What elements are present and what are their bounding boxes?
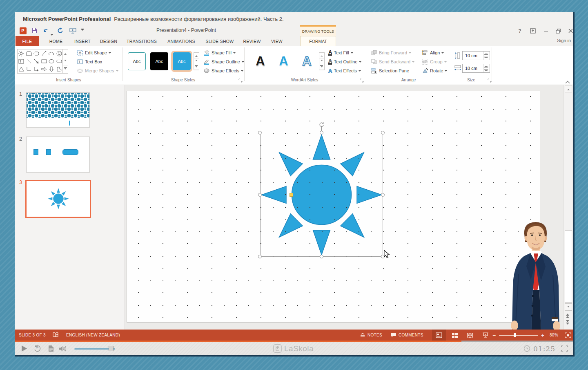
- shape-snip-round-rect-icon[interactable]: [25, 49, 33, 57]
- shape-adjust-handle[interactable]: [290, 193, 293, 197]
- shape-style-tile-2[interactable]: Abc: [150, 52, 168, 70]
- fit-slide-to-window-icon[interactable]: [561, 330, 573, 341]
- minimize-button[interactable]: [541, 27, 551, 35]
- shape-textbox-icon[interactable]: [18, 57, 25, 65]
- tab-review[interactable]: REVIEW: [238, 36, 265, 46]
- width-spin-up-icon[interactable]: [483, 64, 489, 68]
- shape-smiley-icon[interactable]: [56, 49, 63, 57]
- zoom-slider-track[interactable]: [499, 335, 538, 336]
- wordart-scroll-up-icon[interactable]: [319, 53, 324, 58]
- shape-triangle-icon[interactable]: [18, 65, 25, 73]
- selection-pane-button[interactable]: Selection Pane: [371, 67, 409, 75]
- wordart-tile-3[interactable]: A: [296, 52, 318, 70]
- zoom-slider-thumb[interactable]: [514, 333, 516, 337]
- zoom-level[interactable]: 80%: [550, 330, 558, 341]
- styles-more-icon[interactable]: [194, 64, 199, 70]
- play-button[interactable]: [21, 342, 27, 355]
- styles-scroll-down-icon[interactable]: [194, 58, 199, 64]
- normal-view-button[interactable]: [432, 330, 446, 341]
- shape-elbow-arrow-icon[interactable]: [33, 65, 40, 73]
- wordart-tile-1[interactable]: A: [249, 52, 272, 70]
- start-presentation-icon[interactable]: [69, 27, 77, 35]
- slide-thumbnail-3-selected[interactable]: [25, 180, 91, 218]
- ribbon-display-options-icon[interactable]: [528, 27, 538, 35]
- lesson-notes-button[interactable]: [48, 342, 54, 355]
- language-indicator[interactable]: ENGLISH (NEW ZEALAND): [66, 330, 120, 341]
- fullscreen-button[interactable]: [561, 342, 568, 355]
- gallery-scroll-down-icon[interactable]: [63, 57, 68, 65]
- tab-format[interactable]: FORMAT: [300, 36, 336, 46]
- slide-thumbnail-1[interactable]: [26, 92, 90, 128]
- tab-design[interactable]: DESIGN: [96, 36, 122, 46]
- vertical-scrollbar[interactable]: [564, 85, 572, 330]
- zoom-in-button[interactable]: +: [541, 330, 544, 341]
- text-fill-button[interactable]: A Text Fill: [328, 49, 353, 57]
- collapse-ribbon-icon[interactable]: [565, 78, 570, 85]
- shape-sun-icon[interactable]: [18, 49, 25, 57]
- tab-file[interactable]: FILE: [16, 36, 39, 46]
- scroll-down-icon[interactable]: [565, 303, 572, 311]
- help-button[interactable]: ?: [514, 27, 525, 35]
- height-spin-down-icon[interactable]: [483, 56, 489, 60]
- scrollbar-thumb[interactable]: [565, 230, 572, 303]
- spellcheck-icon[interactable]: [52, 332, 59, 340]
- tab-insert[interactable]: INSERT: [69, 36, 96, 46]
- save-icon[interactable]: [30, 27, 38, 35]
- restore-button[interactable]: [553, 27, 564, 35]
- shape-cloud-icon[interactable]: [48, 49, 56, 57]
- rotation-handle[interactable]: [318, 121, 325, 129]
- notes-button[interactable]: NOTES: [360, 330, 382, 341]
- selection-handle-nw[interactable]: [258, 131, 262, 135]
- align-button[interactable]: Align: [422, 49, 444, 57]
- text-effects-button[interactable]: A Text Effects: [328, 67, 361, 75]
- selection-handle-n[interactable]: [320, 131, 323, 135]
- shape-rounded-rect2-icon[interactable]: [56, 57, 63, 65]
- previous-slide-icon[interactable]: [566, 312, 569, 317]
- sign-in-link[interactable]: Sign in: [557, 38, 571, 43]
- shape-rectangle-icon[interactable]: [40, 57, 48, 65]
- close-button[interactable]: [565, 27, 573, 35]
- shape-fill-button[interactable]: Shape Fill: [203, 49, 236, 57]
- styles-scroll-up-icon[interactable]: [194, 53, 199, 58]
- undo-icon[interactable]: [42, 27, 50, 35]
- width-spin-down-icon[interactable]: [483, 68, 489, 72]
- selection-handle-ne[interactable]: [381, 131, 385, 135]
- wordart-scroll-down-icon[interactable]: [319, 58, 324, 64]
- wordart-tile-2[interactable]: A: [272, 52, 295, 70]
- rewind-10-button[interactable]: 10: [33, 342, 41, 355]
- shape-width-input[interactable]: [463, 65, 483, 72]
- tab-transitions[interactable]: TRANSITIONS: [122, 36, 162, 46]
- selection-handle-e[interactable]: [381, 193, 385, 197]
- redo-icon[interactable]: [56, 27, 65, 35]
- gallery-scroll-up-icon[interactable]: [63, 49, 68, 57]
- shape-line-icon[interactable]: [25, 57, 33, 65]
- tab-home[interactable]: HOME: [42, 36, 69, 46]
- shape-style-tile-3-selected[interactable]: Abc: [173, 52, 191, 70]
- wordart-more-icon[interactable]: [319, 64, 324, 70]
- scroll-up-icon[interactable]: [565, 85, 572, 92]
- shape-arrow-icon[interactable]: [33, 57, 40, 65]
- shape-scribble-icon[interactable]: [40, 49, 48, 57]
- selection-handle-w[interactable]: [258, 193, 262, 197]
- zoom-out-button[interactable]: −: [492, 330, 496, 341]
- shape-oval-icon[interactable]: [48, 57, 56, 65]
- reading-view-button[interactable]: [463, 330, 477, 341]
- text-outline-button[interactable]: A Text Outline: [328, 58, 361, 66]
- slide-canvas[interactable]: [127, 91, 540, 323]
- shape-height-input[interactable]: [463, 52, 483, 59]
- selection-handle-s[interactable]: [320, 255, 323, 258]
- shape-effects-button[interactable]: Shape Effects: [203, 67, 243, 75]
- shape-elbow-connector-icon[interactable]: [25, 65, 33, 73]
- qat-customize-icon[interactable]: [81, 29, 84, 32]
- tab-slide-show[interactable]: SLIDE SHOW: [201, 36, 238, 46]
- edit-shape-button[interactable]: Edit Shape: [77, 49, 111, 57]
- shape-rounded-rectangle-icon[interactable]: [33, 49, 40, 57]
- selection-handle-sw[interactable]: [258, 255, 262, 258]
- wordart-dialog-launcher-icon[interactable]: [360, 77, 364, 82]
- shape-down-arrow-icon[interactable]: [48, 65, 56, 73]
- comments-button[interactable]: COMMENTS: [390, 330, 423, 341]
- next-slide-icon[interactable]: [566, 321, 569, 325]
- shape-styles-dialog-launcher-icon[interactable]: [238, 77, 243, 82]
- shape-style-tile-1[interactable]: Abc: [128, 52, 146, 70]
- gallery-more-icon[interactable]: [63, 65, 68, 73]
